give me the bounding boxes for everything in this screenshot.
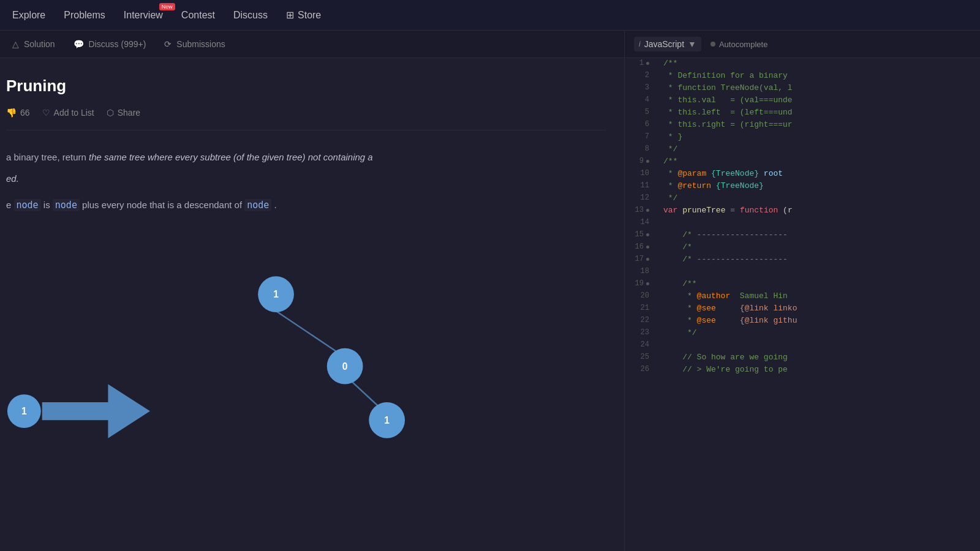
code-line: 8 */ (625, 144, 980, 156)
code-line: 22 * @see {@link githu (625, 315, 980, 328)
nav-contest[interactable]: Contest (181, 7, 215, 24)
heart-icon: ♡ (42, 108, 50, 118)
tab-discuss[interactable]: 💬 Discuss (999+) (74, 36, 146, 52)
submissions-icon: ⟳ (164, 39, 172, 49)
code-line: 13 var pruneTree = function (r (625, 205, 980, 217)
code-line: 19 /** (625, 279, 980, 291)
thumbs-down-icon: 👎 (6, 108, 17, 118)
language-selector[interactable]: i JavaScript ▼ (634, 37, 701, 51)
svg-text:0: 0 (342, 361, 348, 372)
code-line: 23 */ (625, 328, 980, 340)
fold-indicator[interactable] (646, 233, 649, 236)
tree-diagram: 1 1 0 1 (6, 226, 606, 459)
language-label: JavaScript (644, 39, 684, 49)
problem-title: Pruning (6, 77, 606, 96)
code-line: 17 /* ------------------- (625, 254, 980, 266)
left-panel: △ Solution 💬 Discuss (999+) ⟳ Submission… (0, 31, 625, 551)
code-line: 7 * } (625, 132, 980, 144)
discuss-icon: 💬 (74, 39, 84, 49)
top-navigation: Explore Problems Interview New Contest D… (0, 0, 980, 31)
code-line: 10 * @param {TreeNode} root (625, 168, 980, 181)
nav-problems[interactable]: Problems (64, 7, 105, 24)
share-icon: ⬡ (107, 108, 114, 118)
nav-explore[interactable]: Explore (12, 7, 45, 24)
code-line: 15 /* ------------------- (625, 230, 980, 242)
tree-node-bot-1: 1 (369, 402, 405, 438)
code-line: 16 /* (625, 242, 980, 254)
code-line: 21 * @see {@link linko (625, 303, 980, 315)
fold-indicator[interactable] (646, 282, 649, 285)
code-line: 4 * this.val = (val===unde (625, 95, 980, 107)
code-editor[interactable]: 1 /** 2 * Definition for a binary 3 * fu… (625, 58, 980, 551)
main-layout: △ Solution 💬 Discuss (999+) ⟳ Submission… (0, 31, 980, 551)
code-line: 1 /** (625, 58, 980, 70)
problem-actions: 👎 66 ♡ Add to List ⬡ Share (6, 108, 606, 130)
nav-discuss[interactable]: Discuss (233, 7, 268, 24)
code-line: 26 // > We're going to pe (625, 364, 980, 377)
code-line: 2 * Definition for a binary (625, 70, 980, 83)
code-line: 3 * function TreeNode(val, l (625, 83, 980, 95)
tab-bar: △ Solution 💬 Discuss (999+) ⟳ Submission… (0, 31, 624, 58)
code-line: 9 /** (625, 156, 980, 168)
code-line: 5 * this.left = (left===und (625, 107, 980, 119)
arrow-shape (42, 384, 150, 438)
problem-description: a binary tree, return the same tree wher… (6, 149, 606, 214)
svg-text:1: 1 (273, 289, 279, 299)
tree-node-left-1: 1 (7, 394, 41, 428)
code-line: 20 * @author Samuel Hin (625, 291, 980, 303)
lang-dropdown-icon: ▼ (688, 39, 696, 49)
right-panel: i JavaScript ▼ Autocomplete 1 /** (625, 31, 980, 551)
code-line: 6 * this.right = (right===ur (625, 119, 980, 132)
new-badge: New (159, 3, 175, 10)
tree-svg: 1 1 0 1 (6, 226, 606, 459)
like-button[interactable]: 👎 66 (6, 108, 30, 118)
fold-indicator[interactable] (646, 160, 649, 163)
fold-indicator[interactable] (646, 62, 649, 65)
problem-content: Pruning 👎 66 ♡ Add to List ⬡ Share a bin… (0, 58, 624, 551)
nav-interview[interactable]: Interview New (124, 7, 163, 24)
code-line: 11 * @return {TreeNode} (625, 181, 980, 193)
svg-text:1: 1 (21, 406, 27, 416)
add-to-list-button[interactable]: ♡ Add to List (42, 108, 94, 118)
tab-solution[interactable]: △ Solution (12, 36, 55, 52)
tab-submissions[interactable]: ⟳ Submissions (164, 36, 225, 52)
tree-node-mid-0: 0 (327, 348, 363, 384)
fold-indicator[interactable] (646, 209, 649, 212)
autocomplete-toggle[interactable]: Autocomplete (710, 40, 768, 49)
svg-line-2 (276, 311, 345, 357)
lang-icon: i (639, 40, 641, 48)
editor-toolbar: i JavaScript ▼ Autocomplete (625, 31, 980, 58)
autocomplete-dot-icon (710, 42, 715, 47)
fold-indicator[interactable] (646, 258, 649, 261)
code-line: 24 (625, 340, 980, 352)
solution-icon: △ (12, 39, 19, 49)
share-button[interactable]: ⬡ Share (107, 108, 140, 118)
code-line: 14 (625, 217, 980, 230)
code-line: 18 (625, 266, 980, 279)
nav-store[interactable]: ⊞ Store (286, 6, 321, 24)
code-line: 12 */ (625, 193, 980, 205)
tree-node-top-1: 1 (258, 276, 294, 312)
svg-text:1: 1 (384, 415, 390, 425)
fold-indicator[interactable] (646, 246, 649, 249)
code-line: 25 // So how are we going (625, 352, 980, 364)
